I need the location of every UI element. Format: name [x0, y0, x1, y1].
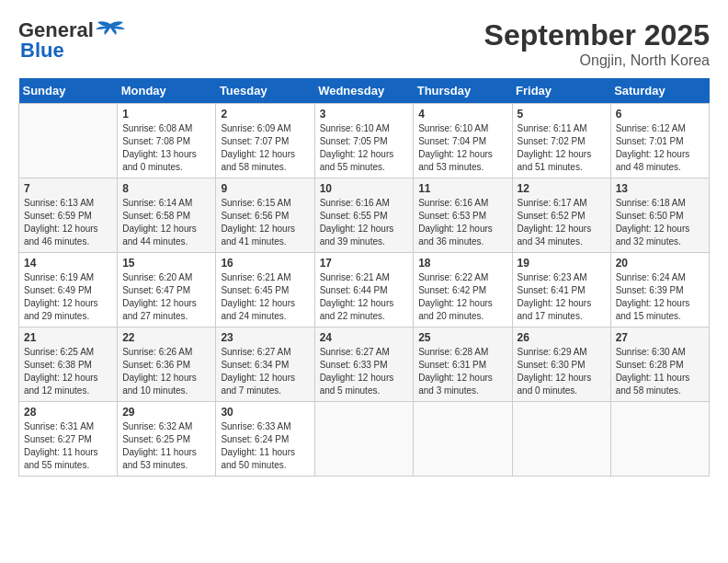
day-number: 13 [616, 182, 704, 195]
calendar-cell: 26Sunrise: 6:29 AM Sunset: 6:30 PM Dayli… [512, 327, 610, 402]
calendar-cell: 16Sunrise: 6:21 AM Sunset: 6:45 PM Dayli… [216, 253, 314, 327]
day-number: 30 [221, 406, 309, 419]
day-info: Sunrise: 6:33 AM Sunset: 6:24 PM Dayligh… [221, 420, 309, 472]
day-info: Sunrise: 6:18 AM Sunset: 6:50 PM Dayligh… [616, 197, 704, 248]
day-number: 17 [320, 257, 409, 270]
day-info: Sunrise: 6:32 AM Sunset: 6:25 PM Dayligh… [122, 420, 210, 472]
week-row-3: 14Sunrise: 6:19 AM Sunset: 6:49 PM Dayli… [19, 253, 710, 327]
day-number: 26 [518, 331, 606, 344]
day-info: Sunrise: 6:16 AM Sunset: 6:55 PM Dayligh… [320, 197, 409, 248]
calendar-cell: 25Sunrise: 6:28 AM Sunset: 6:31 PM Dayli… [414, 327, 512, 402]
day-number: 28 [24, 406, 112, 419]
calendar-cell: 30Sunrise: 6:33 AM Sunset: 6:24 PM Dayli… [216, 402, 314, 477]
week-row-5: 28Sunrise: 6:31 AM Sunset: 6:27 PM Dayli… [19, 402, 710, 477]
day-number: 19 [518, 257, 606, 270]
calendar-cell: 9Sunrise: 6:15 AM Sunset: 6:56 PM Daylig… [216, 178, 314, 253]
day-info: Sunrise: 6:20 AM Sunset: 6:47 PM Dayligh… [122, 271, 210, 323]
week-row-4: 21Sunrise: 6:25 AM Sunset: 6:38 PM Dayli… [19, 327, 710, 402]
day-number: 1 [122, 108, 210, 121]
header-row: SundayMondayTuesdayWednesdayThursdayFrid… [19, 78, 710, 104]
calendar-cell [19, 104, 118, 178]
day-number: 15 [122, 257, 210, 270]
col-header-sunday: Sunday [19, 78, 118, 104]
title-section: September 2025 Ongjin, North Korea [484, 18, 710, 69]
page-header: General Blue September 2025 Ongjin, Nort… [18, 18, 710, 69]
calendar-cell: 7Sunrise: 6:13 AM Sunset: 6:59 PM Daylig… [19, 178, 118, 253]
day-info: Sunrise: 6:11 AM Sunset: 7:02 PM Dayligh… [518, 122, 606, 174]
col-header-thursday: Thursday [414, 78, 512, 104]
calendar-cell: 18Sunrise: 6:22 AM Sunset: 6:42 PM Dayli… [414, 253, 512, 327]
calendar-cell: 21Sunrise: 6:25 AM Sunset: 6:38 PM Dayli… [19, 327, 118, 402]
calendar-cell: 14Sunrise: 6:19 AM Sunset: 6:49 PM Dayli… [19, 253, 118, 327]
day-info: Sunrise: 6:21 AM Sunset: 6:44 PM Dayligh… [320, 271, 409, 323]
day-number: 10 [320, 182, 409, 195]
calendar-cell: 15Sunrise: 6:20 AM Sunset: 6:47 PM Dayli… [118, 253, 216, 327]
calendar-cell: 12Sunrise: 6:17 AM Sunset: 6:52 PM Dayli… [512, 178, 610, 253]
logo-text-blue: Blue [20, 39, 64, 63]
day-info: Sunrise: 6:08 AM Sunset: 7:08 PM Dayligh… [122, 122, 210, 174]
location: Ongjin, North Korea [484, 52, 710, 69]
day-number: 6 [616, 108, 704, 121]
day-info: Sunrise: 6:10 AM Sunset: 7:04 PM Dayligh… [418, 122, 506, 174]
day-number: 14 [24, 257, 112, 270]
day-info: Sunrise: 6:27 AM Sunset: 6:34 PM Dayligh… [221, 346, 309, 397]
calendar-cell: 27Sunrise: 6:30 AM Sunset: 6:28 PM Dayli… [610, 327, 709, 402]
day-number: 22 [122, 331, 210, 344]
day-info: Sunrise: 6:23 AM Sunset: 6:41 PM Dayligh… [518, 271, 606, 323]
month-title: September 2025 [484, 18, 710, 52]
day-info: Sunrise: 6:24 AM Sunset: 6:39 PM Dayligh… [616, 271, 704, 323]
calendar-cell [314, 402, 414, 477]
calendar-cell: 6Sunrise: 6:12 AM Sunset: 7:01 PM Daylig… [610, 104, 709, 178]
logo: General Blue [18, 18, 127, 63]
day-number: 3 [320, 108, 409, 121]
calendar-cell: 20Sunrise: 6:24 AM Sunset: 6:39 PM Dayli… [610, 253, 709, 327]
day-info: Sunrise: 6:16 AM Sunset: 6:53 PM Dayligh… [418, 197, 506, 248]
calendar-cell: 1Sunrise: 6:08 AM Sunset: 7:08 PM Daylig… [118, 104, 216, 178]
day-number: 27 [616, 331, 704, 344]
calendar-cell [610, 402, 709, 477]
calendar-cell: 13Sunrise: 6:18 AM Sunset: 6:50 PM Dayli… [610, 178, 709, 253]
day-info: Sunrise: 6:25 AM Sunset: 6:38 PM Dayligh… [24, 346, 112, 397]
calendar-cell: 3Sunrise: 6:10 AM Sunset: 7:05 PM Daylig… [314, 104, 414, 178]
calendar-cell: 28Sunrise: 6:31 AM Sunset: 6:27 PM Dayli… [19, 402, 118, 477]
col-header-monday: Monday [118, 78, 216, 104]
col-header-saturday: Saturday [610, 78, 709, 104]
day-number: 25 [418, 331, 506, 344]
day-info: Sunrise: 6:22 AM Sunset: 6:42 PM Dayligh… [418, 271, 506, 323]
day-info: Sunrise: 6:29 AM Sunset: 6:30 PM Dayligh… [518, 346, 606, 397]
col-header-wednesday: Wednesday [314, 78, 414, 104]
day-number: 21 [24, 331, 112, 344]
day-info: Sunrise: 6:19 AM Sunset: 6:49 PM Dayligh… [24, 271, 112, 323]
day-number: 4 [418, 108, 506, 121]
col-header-tuesday: Tuesday [216, 78, 314, 104]
day-info: Sunrise: 6:14 AM Sunset: 6:58 PM Dayligh… [122, 197, 210, 248]
day-number: 23 [221, 331, 309, 344]
day-number: 20 [616, 257, 704, 270]
calendar-table: SundayMondayTuesdayWednesdayThursdayFrid… [18, 78, 710, 477]
day-info: Sunrise: 6:28 AM Sunset: 6:31 PM Dayligh… [418, 346, 506, 397]
calendar-cell: 24Sunrise: 6:27 AM Sunset: 6:33 PM Dayli… [314, 327, 414, 402]
day-number: 12 [518, 182, 606, 195]
week-row-1: 1Sunrise: 6:08 AM Sunset: 7:08 PM Daylig… [19, 104, 710, 178]
calendar-cell: 19Sunrise: 6:23 AM Sunset: 6:41 PM Dayli… [512, 253, 610, 327]
day-number: 24 [320, 331, 409, 344]
day-info: Sunrise: 6:13 AM Sunset: 6:59 PM Dayligh… [24, 197, 112, 248]
day-info: Sunrise: 6:17 AM Sunset: 6:52 PM Dayligh… [518, 197, 606, 248]
calendar-cell [512, 402, 610, 477]
calendar-cell: 5Sunrise: 6:11 AM Sunset: 7:02 PM Daylig… [512, 104, 610, 178]
day-info: Sunrise: 6:26 AM Sunset: 6:36 PM Dayligh… [122, 346, 210, 397]
calendar-cell: 2Sunrise: 6:09 AM Sunset: 7:07 PM Daylig… [216, 104, 314, 178]
day-number: 11 [418, 182, 506, 195]
day-info: Sunrise: 6:21 AM Sunset: 6:45 PM Dayligh… [221, 271, 309, 323]
calendar-cell: 11Sunrise: 6:16 AM Sunset: 6:53 PM Dayli… [414, 178, 512, 253]
calendar-cell: 23Sunrise: 6:27 AM Sunset: 6:34 PM Dayli… [216, 327, 314, 402]
day-number: 9 [221, 182, 309, 195]
calendar-cell: 4Sunrise: 6:10 AM Sunset: 7:04 PM Daylig… [414, 104, 512, 178]
day-number: 29 [122, 406, 210, 419]
day-number: 7 [24, 182, 112, 195]
calendar-cell: 29Sunrise: 6:32 AM Sunset: 6:25 PM Dayli… [118, 402, 216, 477]
day-number: 18 [418, 257, 506, 270]
calendar-cell: 22Sunrise: 6:26 AM Sunset: 6:36 PM Dayli… [118, 327, 216, 402]
day-info: Sunrise: 6:09 AM Sunset: 7:07 PM Dayligh… [221, 122, 309, 174]
calendar-cell: 10Sunrise: 6:16 AM Sunset: 6:55 PM Dayli… [314, 178, 414, 253]
